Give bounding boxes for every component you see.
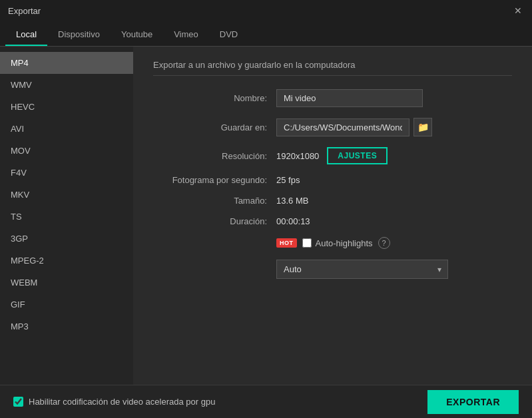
auto-highlights-row: HOT Auto-highlights ? bbox=[153, 237, 512, 249]
auto-select-wrapper: Auto bbox=[276, 260, 448, 279]
sidebar: MP4 WMV HEVC AVI MOV F4V MKV TS 3GP MPEG… bbox=[0, 47, 133, 385]
tab-dvd[interactable]: DVD bbox=[209, 24, 248, 46]
auto-highlights-text: Auto-highlights bbox=[316, 238, 373, 248]
guardar-label: Guardar en: bbox=[153, 122, 276, 132]
tab-vimeo[interactable]: Vimeo bbox=[163, 24, 209, 46]
help-icon[interactable]: ? bbox=[378, 237, 390, 249]
hot-badge: HOT bbox=[276, 238, 297, 248]
tab-bar: Local Dispositivo Youtube Vimeo DVD bbox=[0, 21, 532, 47]
nombre-input[interactable] bbox=[276, 89, 423, 107]
duracion-value: 00:00:13 bbox=[276, 216, 310, 226]
sidebar-item-mkv[interactable]: MKV bbox=[0, 184, 133, 206]
content-area: Exportar a un archivo y guardarlo en la … bbox=[133, 47, 532, 385]
folder-icon: 📁 bbox=[417, 122, 429, 132]
sidebar-item-avi[interactable]: AVI bbox=[0, 118, 133, 140]
sidebar-item-webm[interactable]: WEBM bbox=[0, 272, 133, 294]
gpu-label-text: Habilitar codificación de video acelerad… bbox=[29, 397, 215, 407]
fotograma-label: Fotograma por segundo: bbox=[153, 175, 276, 185]
folder-browse-button[interactable]: 📁 bbox=[413, 118, 432, 136]
resolucion-value: 1920x1080 bbox=[276, 151, 319, 161]
resolution-row: 1920x1080 AJUSTES bbox=[276, 147, 388, 164]
fotograma-value: 25 fps bbox=[276, 175, 300, 185]
tamanio-row: Tamaño: 13.6 MB bbox=[153, 196, 512, 206]
tab-dispositivo[interactable]: Dispositivo bbox=[47, 24, 111, 46]
resolucion-row: Resolución: 1920x1080 AJUSTES bbox=[153, 147, 512, 164]
auto-highlights-label[interactable]: Auto-highlights bbox=[302, 238, 373, 248]
gpu-checkbox[interactable] bbox=[13, 397, 23, 407]
auto-highlights-checkbox[interactable] bbox=[302, 238, 312, 248]
auto-select-dropdown[interactable]: Auto bbox=[276, 260, 448, 279]
sidebar-item-3gp[interactable]: 3GP bbox=[0, 228, 133, 250]
close-button[interactable]: ✕ bbox=[512, 5, 524, 17]
content-description: Exportar a un archivo y guardarlo en la … bbox=[153, 60, 512, 76]
main-layout: MP4 WMV HEVC AVI MOV F4V MKV TS 3GP MPEG… bbox=[0, 47, 532, 385]
tab-youtube[interactable]: Youtube bbox=[111, 24, 163, 46]
duracion-label: Duración: bbox=[153, 216, 276, 226]
gpu-label[interactable]: Habilitar codificación de video acelerad… bbox=[13, 397, 215, 407]
window-title: Exportar bbox=[8, 6, 41, 16]
tab-local[interactable]: Local bbox=[5, 24, 47, 46]
tamanio-value: 13.6 MB bbox=[276, 196, 308, 206]
guardar-input[interactable] bbox=[276, 118, 409, 136]
sidebar-item-mp4[interactable]: MP4 bbox=[0, 52, 133, 74]
sidebar-item-gif[interactable]: GIF bbox=[0, 294, 133, 315]
fotograma-row: Fotograma por segundo: 25 fps bbox=[153, 175, 512, 185]
folder-row: 📁 bbox=[276, 118, 432, 136]
sidebar-item-mp3[interactable]: MP3 bbox=[0, 315, 133, 337]
export-button[interactable]: EXPORTAR bbox=[427, 390, 519, 414]
sidebar-item-mov[interactable]: MOV bbox=[0, 140, 133, 162]
ajustes-button[interactable]: AJUSTES bbox=[327, 147, 388, 164]
sidebar-item-ts[interactable]: TS bbox=[0, 206, 133, 228]
duracion-row: Duración: 00:00:13 bbox=[153, 216, 512, 226]
sidebar-item-wmv[interactable]: WMV bbox=[0, 74, 133, 96]
sidebar-item-f4v[interactable]: F4V bbox=[0, 162, 133, 184]
resolucion-label: Resolución: bbox=[153, 151, 276, 161]
auto-highlights-controls: HOT Auto-highlights ? bbox=[276, 237, 390, 249]
sidebar-item-hevc[interactable]: HEVC bbox=[0, 96, 133, 118]
auto-select-row: Auto bbox=[153, 260, 512, 279]
title-bar: Exportar ✕ bbox=[0, 0, 532, 21]
nombre-row: Nombre: bbox=[153, 89, 512, 107]
bottom-bar: Habilitar codificación de video acelerad… bbox=[0, 385, 532, 418]
tamanio-label: Tamaño: bbox=[153, 196, 276, 206]
guardar-row: Guardar en: 📁 bbox=[153, 118, 512, 136]
sidebar-item-mpeg2[interactable]: MPEG-2 bbox=[0, 250, 133, 272]
nombre-label: Nombre: bbox=[153, 93, 276, 103]
